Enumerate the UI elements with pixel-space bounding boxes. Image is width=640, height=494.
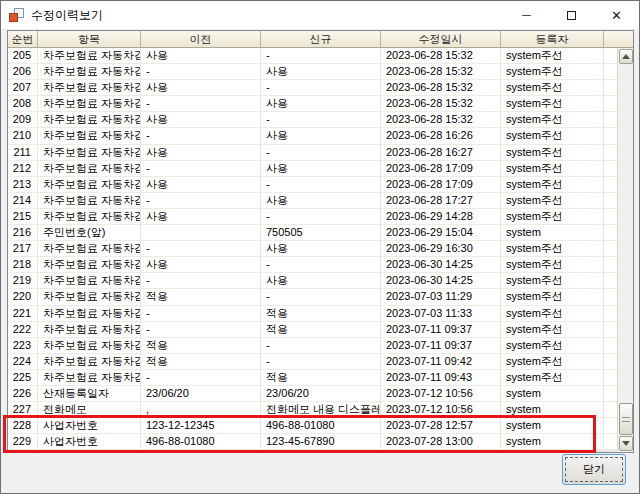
cell-next: 사용 [261,128,381,144]
table-row[interactable]: 211차주보험료 자동차감사용-2023-06-28 16:27system주선 [8,145,617,161]
cell-next: 사용 [261,96,381,112]
arrow-down-icon [622,441,630,446]
cell-seq: 207 [8,80,38,96]
cell-next: 23/06/20 [261,386,381,402]
table-row[interactable]: 226산재등록일자23/06/2023/06/202023-07-12 10:5… [8,386,617,402]
minimize-button[interactable]: ─ [504,1,549,29]
cell-filler [604,128,617,144]
cell-modified: 2023-07-12 10:56 [381,386,501,402]
cell-filler [604,241,617,257]
cell-registrant: system주선 [501,306,604,322]
table-row[interactable]: 217차주보험료 자동차감-사용2023-06-29 16:30system주선 [8,241,617,257]
table-row[interactable]: 224차주보험료 자동차감적용-2023-07-11 09:42system주선 [8,354,617,370]
cell-filler [604,289,617,305]
table-row[interactable]: 205차주보험료 자동차감사용-2023-06-28 15:32system주선 [8,48,617,64]
cell-registrant: system주선 [501,338,604,354]
cell-prev: - [141,306,261,322]
cell-modified: 2023-06-30 14:25 [381,273,501,289]
table-row[interactable]: 209차주보험료 자동차감사용-2023-06-28 15:32system주선 [8,112,617,128]
table-row[interactable]: 212차주보험료 자동차감-사용2023-06-28 17:09system주선 [8,161,617,177]
table-row[interactable]: 208차주보험료 자동차감-사용2023-06-28 15:32system주선 [8,96,617,112]
table-row[interactable]: 214차주보험료 자동차감-사용2023-06-28 17:27system주선 [8,193,617,209]
cell-modified: 2023-06-28 17:27 [381,193,501,209]
close-window-button[interactable]: ✕ [594,1,639,29]
cell-registrant: system주선 [501,273,604,289]
cell-modified: 2023-06-28 17:09 [381,161,501,177]
grid-body: 205차주보험료 자동차감사용-2023-06-28 15:32system주선… [8,48,617,452]
table-row[interactable]: 227전화메모,전화메모 내용 디스플레이2023-07-12 10:56sys… [8,402,617,418]
column-header-registrant[interactable]: 등록자 [501,31,604,47]
table-row[interactable]: 223차주보험료 자동차감적용-2023-07-11 09:37system주선 [8,338,617,354]
vertical-scrollbar[interactable] [617,48,633,452]
table-row[interactable]: 206차주보험료 자동차감-사용2023-06-28 15:32system주선 [8,64,617,80]
cell-registrant: system [501,434,604,450]
scroll-down-button[interactable] [619,436,633,451]
column-header-seq[interactable]: 순번 [8,31,38,47]
column-header-modified-date[interactable]: 수정일시 [381,31,501,47]
cell-modified: 2023-06-28 15:32 [381,80,501,96]
column-header-new[interactable]: 신규 [261,31,381,47]
column-header-item[interactable]: 항목 [38,31,141,47]
cell-item: 차주보험료 자동차감 [38,322,141,338]
cell-item: 차주보험료 자동차감 [38,48,141,64]
maximize-icon [567,11,576,20]
cell-prev: 496-88-01080 [141,434,261,450]
cell-registrant: system주선 [501,80,604,96]
cell-filler [604,209,617,225]
cell-filler [604,338,617,354]
table-row[interactable]: 221차주보험료 자동차감-적용2023-07-03 11:33system주선 [8,306,617,322]
maximize-button[interactable] [549,1,594,29]
cell-next: 적용 [261,322,381,338]
cell-seq: 223 [8,338,38,354]
cell-prev: 사용 [141,257,261,273]
cell-item: 차주보험료 자동차감 [38,354,141,370]
cell-registrant: system주선 [501,322,604,338]
cell-next: 496-88-01080 [261,418,381,434]
cell-seq: 224 [8,354,38,370]
column-header-filler [604,31,633,47]
table-row[interactable]: 229사업자번호496-88-01080123-45-678902023-07-… [8,434,617,450]
cell-item: 차주보험료 자동차감 [38,80,141,96]
cell-registrant: system주선 [501,161,604,177]
table-row[interactable]: 228사업자번호123-12-12345496-88-010802023-07-… [8,418,617,434]
scrollbar-thumb[interactable] [619,403,633,435]
cell-modified: 2023-07-11 09:42 [381,354,501,370]
table-row[interactable]: 225차주보험료 자동차감-적용2023-07-11 09:43system주선 [8,370,617,386]
cell-registrant: system [501,386,604,402]
cell-item: 차주보험료 자동차감 [38,306,141,322]
column-header-previous[interactable]: 이전 [141,31,261,47]
cell-seq: 214 [8,193,38,209]
cell-item: 차주보험료 자동차감 [38,96,141,112]
table-row[interactable]: 213차주보험료 자동차감사용-2023-06-28 17:09system주선 [8,177,617,193]
table-row[interactable]: 220차주보험료 자동차감적용-2023-07-03 11:29system주선 [8,289,617,305]
cell-modified: 2023-06-29 14:28 [381,209,501,225]
cell-prev: , [141,402,261,418]
cell-modified: 2023-06-28 15:32 [381,48,501,64]
cell-modified: 2023-07-03 11:33 [381,306,501,322]
table-row[interactable]: 210차주보험료 자동차감-사용2023-06-28 16:26system주선 [8,128,617,144]
app-icon [9,8,24,22]
cell-filler [604,112,617,128]
table-row[interactable]: 222차주보험료 자동차감-적용2023-07-11 09:37system주선 [8,322,617,338]
cell-registrant: system주선 [501,241,604,257]
cell-filler [604,96,617,112]
cell-filler [604,306,617,322]
cell-prev: 사용 [141,48,261,64]
table-row[interactable]: 219차주보험료 자동차감-사용2023-06-30 14:25system주선 [8,273,617,289]
table-row[interactable]: 207차주보험료 자동차감사용-2023-06-28 15:32system주선 [8,80,617,96]
cell-prev: - [141,96,261,112]
cell-filler [604,273,617,289]
cell-next: 123-45-67890 [261,434,381,450]
table-row[interactable]: 215차주보험료 자동차감사용-2023-06-29 14:28system주선 [8,209,617,225]
scroll-up-button[interactable] [619,49,633,64]
cell-modified: 2023-07-03 11:29 [381,289,501,305]
cell-next: 전화메모 내용 디스플레이 [261,402,381,418]
cell-prev: - [141,370,261,386]
table-row[interactable]: 216주민번호(앞)7505052023-06-29 15:04system [8,225,617,241]
cell-item: 차주보험료 자동차감 [38,64,141,80]
cell-next: - [261,177,381,193]
close-button[interactable]: 닫기 [562,454,626,485]
cell-seq: 221 [8,306,38,322]
cell-prev: - [141,322,261,338]
table-row[interactable]: 218차주보험료 자동차감사용-2023-06-30 14:25system주선 [8,257,617,273]
